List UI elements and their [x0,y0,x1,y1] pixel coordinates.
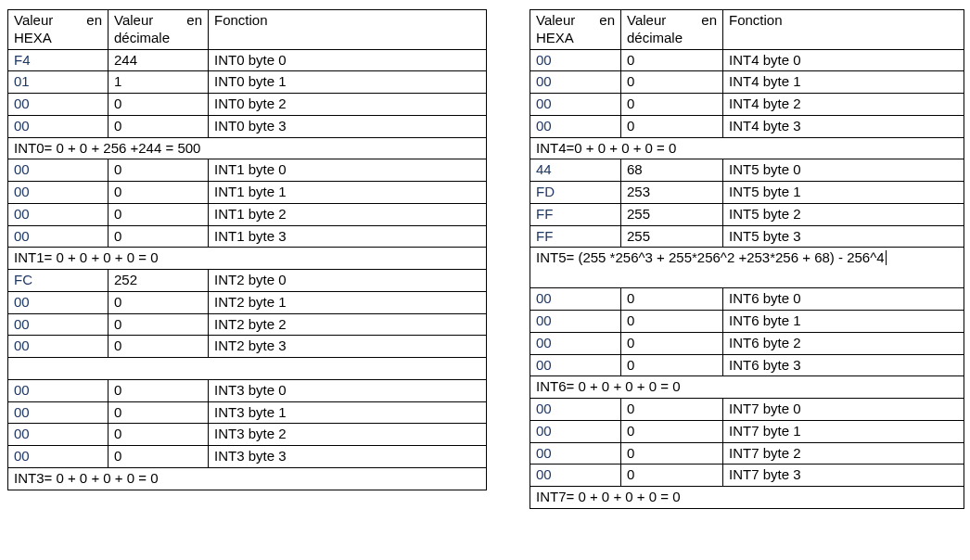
cell-dec: 255 [621,203,723,225]
summary-cell: INT0= 0 + 0 + 256 +244 = 500 [8,137,487,159]
summary-cell: INT6= 0 + 0 + 0 + 0 = 0 [530,376,964,399]
cell-fn: INT2 byte 3 [209,336,487,358]
table-row: FF255INT5 byte 3 [530,225,964,248]
cell-fn: INT4 byte 2 [723,94,964,116]
cell-hex: 00 [8,401,108,424]
cell-hex: 00 [8,225,108,248]
table-left-body: F4244INT0 byte 0011INT0 byte 1000INT0 by… [8,49,487,490]
table-row: 000INT0 byte 2 [8,94,487,116]
cell-fn: INT3 byte 3 [209,446,487,468]
cell-fn: INT2 byte 1 [209,291,487,313]
cell-fn: INT5 byte 0 [723,159,964,182]
cell-hex: 00 [530,49,621,71]
table-row: INT3= 0 + 0 + 0 + 0 = 0 [8,467,487,490]
table-row: 000INT1 byte 2 [8,203,487,225]
table-row: INT5= (255 *256^3 + 255*256^2 +253*256 +… [530,248,964,288]
cell-fn: INT1 byte 0 [209,159,487,182]
cell-fn: INT4 byte 3 [723,115,964,137]
header-hexa: Valeur en HEXA [8,10,108,50]
cell-hex: 00 [8,115,108,137]
table-row: 000INT3 byte 3 [8,446,487,468]
cell-dec: 255 [621,225,723,248]
cell-hex: 00 [530,115,621,137]
table-row: 011INT0 byte 1 [8,71,487,94]
cell-dec: 0 [621,354,723,376]
cell-dec: 0 [108,182,209,204]
cell-fn: INT6 byte 3 [723,354,964,376]
table-row: INT7= 0 + 0 + 0 + 0 = 0 [530,487,964,509]
header-hexa: Valeur en HEXA [530,10,621,50]
blank-row [8,358,487,380]
cell-fn: INT2 byte 2 [209,313,487,336]
cell-dec: 0 [621,94,723,116]
cell-hex: 00 [530,354,621,376]
cell-fn: INT3 byte 2 [209,424,487,446]
cell-dec: 0 [108,291,209,313]
table-row: 000INT3 byte 1 [8,401,487,424]
cell-fn: INT4 byte 1 [723,71,964,94]
table-row: 000INT1 byte 0 [8,159,487,182]
cell-dec: 0 [108,379,209,401]
cell-hex: FF [530,225,621,248]
cell-dec: 0 [108,446,209,468]
table-header-row: Valeur en HEXA Valeur en décimale Foncti… [8,10,487,50]
table-row: 4468INT5 byte 0 [530,159,964,182]
cell-dec: 0 [621,442,723,465]
summary-cell: INT4=0 + 0 + 0 + 0 = 0 [530,137,964,159]
text-caret [886,250,887,265]
cell-dec: 0 [108,115,209,137]
table-row: FD253INT5 byte 1 [530,182,964,204]
table-row: 000INT2 byte 3 [8,336,487,358]
cell-hex: 00 [8,313,108,336]
cell-fn: INT3 byte 0 [209,379,487,401]
cell-hex: FD [530,182,621,204]
cell-hex: 00 [8,424,108,446]
cell-fn: INT6 byte 2 [723,332,964,354]
summary-cell: INT1= 0 + 0 + 0 + 0 = 0 [8,248,487,270]
table-row: 000INT0 byte 3 [8,115,487,137]
cell-dec: 0 [108,94,209,116]
cell-fn: INT6 byte 1 [723,311,964,333]
cell-hex: 00 [530,288,621,311]
table-row: FC252INT2 byte 0 [8,270,487,292]
table-row: INT6= 0 + 0 + 0 + 0 = 0 [530,376,964,399]
header-fonction: Fonction [723,10,964,50]
summary-cell: INT3= 0 + 0 + 0 + 0 = 0 [8,467,487,490]
cell-dec: 1 [108,71,209,94]
cell-hex: 00 [8,94,108,116]
cell-hex: F4 [8,49,108,71]
table-right-body: 000INT4 byte 0000INT4 byte 1000INT4 byte… [530,49,964,508]
table-row: 000INT7 byte 1 [530,420,964,442]
table-row: INT0= 0 + 0 + 256 +244 = 500 [8,137,487,159]
table-header-row: Valeur en HEXA Valeur en décimale Foncti… [530,10,964,50]
table-row: 000INT3 byte 2 [8,424,487,446]
table-row: 000INT7 byte 2 [530,442,964,465]
cell-hex: 00 [530,420,621,442]
cell-dec: 0 [621,71,723,94]
table-row: 000INT4 byte 2 [530,94,964,116]
summary-cell: INT5= (255 *256^3 + 255*256^2 +253*256 +… [530,248,964,288]
table-row: 000INT1 byte 1 [8,182,487,204]
cell-dec: 0 [621,465,723,487]
cell-fn: INT2 byte 0 [209,270,487,292]
header-decimale: Valeur en décimale [621,10,723,50]
cell-hex: 00 [530,71,621,94]
cell-fn: INT4 byte 0 [723,49,964,71]
table-left: Valeur en HEXA Valeur en décimale Foncti… [7,9,487,490]
cell-dec: 0 [108,159,209,182]
table-row: 000INT4 byte 0 [530,49,964,71]
summary-cell: INT7= 0 + 0 + 0 + 0 = 0 [530,487,964,509]
cell-dec: 0 [108,203,209,225]
cell-hex: 00 [8,159,108,182]
cell-hex: 00 [8,379,108,401]
cell-dec: 252 [108,270,209,292]
table-row: 000INT4 byte 3 [530,115,964,137]
cell-fn: INT0 byte 2 [209,94,487,116]
cell-fn: INT3 byte 1 [209,401,487,424]
cell-fn: INT7 byte 0 [723,399,964,421]
table-row: 000INT4 byte 1 [530,71,964,94]
cell-fn: INT1 byte 1 [209,182,487,204]
table-row: 000INT2 byte 1 [8,291,487,313]
cell-fn: INT7 byte 1 [723,420,964,442]
cell-hex: 00 [8,182,108,204]
